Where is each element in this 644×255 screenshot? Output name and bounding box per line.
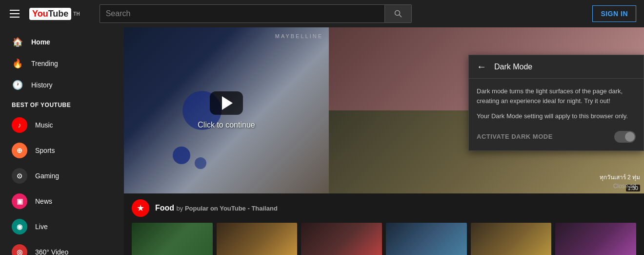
video-card-6[interactable] — [555, 223, 636, 255]
video-card-2[interactable] — [217, 223, 298, 255]
360video-icon: ◎ — [12, 244, 27, 255]
video-thumb-5 — [471, 223, 552, 255]
trending-icon: 🔥 — [12, 58, 23, 69]
ad-video-overlay: Click to continue — [124, 27, 329, 193]
video-thumb-4 — [386, 223, 467, 255]
popover-title: Dark Mode — [494, 63, 532, 71]
video-card-5[interactable] — [471, 223, 552, 255]
star-icon: ★ — [132, 199, 149, 217]
video-thumb-3 — [301, 223, 382, 255]
sidebar-item-music[interactable]: ♪ Music — [0, 112, 124, 138]
food-section: ★ Food by Popular on YouTube - Thailand — [124, 193, 644, 255]
click-to-continue: Click to continue — [198, 121, 255, 129]
sidebar-label-live: Live — [35, 223, 48, 231]
ad-video[interactable]: MAYBELLINE Click to continue — [124, 27, 329, 193]
search-button[interactable] — [384, 4, 412, 23]
sidebar-item-news[interactable]: ▣ News — [0, 189, 124, 214]
logo[interactable]: YouTube TH — [29, 8, 80, 20]
video-thumb-1 — [132, 223, 213, 255]
svg-line-1 — [399, 15, 402, 18]
sidebar-item-history[interactable]: 🕐 History — [0, 74, 124, 96]
sidebar-label-news: News — [35, 197, 52, 205]
sports-icon: ⊕ — [12, 143, 27, 158]
sidebar-label-history: History — [31, 81, 53, 89]
dark-mode-popover: ← Dark Mode Dark mode turns the light su… — [468, 55, 644, 151]
activate-label: ACTIVATE DARK MODE — [477, 133, 553, 140]
video-thumb-6 — [555, 223, 636, 255]
sidebar-item-gaming[interactable]: ⊙ Gaming — [0, 163, 124, 189]
close-ad-button[interactable]: Close ad — [613, 183, 636, 190]
home-icon: 🏠 — [12, 36, 23, 48]
popover-header: ← Dark Mode — [469, 55, 644, 79]
activate-dark-mode-row: ACTIVATE DARK MODE — [477, 131, 636, 143]
gaming-icon: ⊙ — [12, 168, 27, 184]
toggle-knob — [625, 132, 635, 142]
svg-point-0 — [395, 11, 400, 16]
popover-note: Your Dark Mode setting will apply to thi… — [477, 111, 636, 121]
video-card-3[interactable] — [301, 223, 382, 255]
news-icon: ▣ — [12, 193, 27, 209]
logo-image: YouTube — [29, 8, 71, 20]
sidebar-item-360video[interactable]: ◎ 360° Video — [0, 239, 124, 255]
back-button[interactable]: ← — [477, 61, 486, 72]
logo-country: TH — [73, 11, 80, 17]
food-title: Food — [155, 204, 174, 212]
sidebar-item-live[interactable]: ◉ Live — [0, 214, 124, 239]
dark-mode-toggle[interactable] — [614, 131, 636, 143]
hamburger-button[interactable] — [8, 8, 21, 20]
food-subtitle: by Popular on YouTube - Thailand — [177, 205, 278, 212]
sidebar-label-home: Home — [31, 38, 50, 46]
popover-body: Dark mode turns the light surfaces of th… — [469, 79, 644, 150]
section-header: ★ Food by Popular on YouTube - Thailand — [132, 199, 636, 217]
popover-description: Dark mode turns the light surfaces of th… — [477, 86, 636, 106]
sidebar-label-360video: 360° Video — [35, 248, 68, 255]
sidebar-label-trending: Trending — [31, 60, 58, 67]
search-icon — [394, 10, 402, 18]
sidebar-item-trending[interactable]: 🔥 Trending — [0, 53, 124, 74]
sidebar-item-home[interactable]: 🏠 Home — [0, 31, 124, 53]
music-icon: ♪ — [12, 117, 27, 133]
header: YouTube TH SIGN IN — [0, 0, 644, 27]
live-icon: ◉ — [12, 219, 27, 234]
sidebar-label-music: Music — [35, 121, 53, 129]
sidebar-label-sports: Sports — [35, 147, 55, 154]
best-section-title: BEST OF YOUTUBE — [0, 96, 124, 112]
video-card-1[interactable] — [132, 223, 213, 255]
sign-in-button[interactable]: SIGN IN — [592, 5, 636, 22]
search-input[interactable] — [100, 4, 384, 23]
thumb-thai-text: ทุกวันเสาร์ 2 ทุ่ม — [600, 172, 640, 182]
video-card-4[interactable] — [386, 223, 467, 255]
sidebar-item-sports[interactable]: ⊕ Sports — [0, 138, 124, 163]
section-title-group: Food by Popular on YouTube - Thailand — [155, 204, 278, 212]
video-grid — [132, 223, 636, 255]
play-button[interactable] — [210, 91, 243, 115]
sidebar-label-gaming: Gaming — [35, 172, 59, 180]
history-icon: 🕐 — [12, 79, 23, 91]
sidebar: 🏠 Home 🔥 Trending 🕐 History BEST OF YOUT… — [0, 27, 124, 255]
video-thumb-2 — [217, 223, 298, 255]
search-bar — [100, 4, 412, 23]
